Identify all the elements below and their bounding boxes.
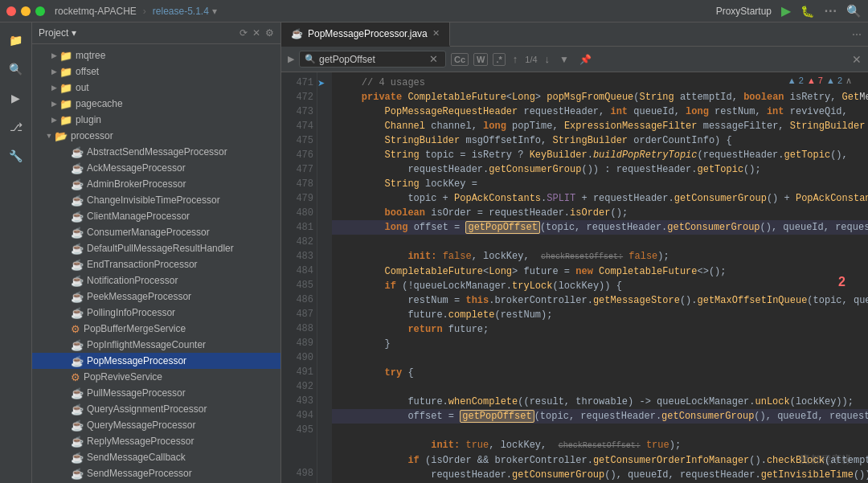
list-item[interactable]: ☕ AbstractSendMessageProcessor <box>32 144 280 160</box>
java-file-icon: ☕ <box>71 275 84 287</box>
window-title: ProxyStartup <box>716 6 772 17</box>
run-button[interactable]: ▶ <box>781 3 791 18</box>
list-item[interactable]: ☕ SendMessageCallback <box>32 449 280 465</box>
list-item[interactable]: ▶ 📁 plugin <box>32 112 280 128</box>
list-item[interactable]: ⚙ PopReviveService <box>32 369 280 385</box>
code-editor[interactable]: // 4 usages private CompletableFuture<Lo… <box>332 72 868 483</box>
java-file-icon: ☕ <box>71 227 84 239</box>
list-item[interactable]: ☕ NotificationProcessor <box>32 272 280 289</box>
list-item[interactable]: ☕ PopInflightMessageCounter <box>32 337 280 353</box>
java-file-icon: ☕ <box>71 291 84 303</box>
sidebar-search-icon[interactable]: 🔍 <box>5 58 27 80</box>
tab-close-button[interactable]: ✕ <box>432 28 440 39</box>
filter-results-icon[interactable]: ▼ <box>557 54 571 65</box>
minimize-button[interactable] <box>21 6 31 16</box>
title-bar-text: rocketmq-APACHE › release-5.1.4 ▾ <box>55 6 217 17</box>
chevron-right-icon: ▶ <box>48 82 59 93</box>
list-item[interactable]: ☕ ReplyMessageProcessor <box>32 433 280 449</box>
search-count: 1/4 <box>525 55 537 64</box>
close-button[interactable] <box>6 6 16 16</box>
java-file-icon: ☕ <box>71 436 84 448</box>
list-item[interactable]: ☕ ConsumerManageProcessor <box>32 224 280 240</box>
chevron-right-icon: ▶ <box>48 66 59 77</box>
folder-icon: 📁 <box>59 114 72 126</box>
java-file-icon: ☕ <box>71 178 84 190</box>
list-item[interactable]: ☕ DefaultPullMessageResultHandler <box>32 240 280 256</box>
prev-match-button[interactable]: ↑ <box>510 53 521 65</box>
branch-name: release-5.1.4 <box>153 6 209 17</box>
search-input-container: 🔍 ✕ <box>299 51 446 68</box>
more-button[interactable]: ⋯ <box>824 3 837 18</box>
list-item[interactable]: ▶ 📁 offset <box>32 63 280 80</box>
folder-icon: 📁 <box>59 50 72 62</box>
java-file-icon: ☕ <box>71 387 84 399</box>
tab-label: PopMessageProcessor.java <box>308 28 428 39</box>
pin-icon[interactable]: 📌 <box>579 54 592 65</box>
collapse-icon[interactable]: ✕ <box>252 27 260 39</box>
tab-pop-message-processor[interactable]: ☕ PopMessageProcessor.java ✕ <box>281 23 450 47</box>
list-item[interactable]: ☕ AdminBrokerProcessor <box>32 176 280 192</box>
java-file-icon: ☕ <box>71 420 84 432</box>
maximize-button[interactable] <box>35 6 45 16</box>
search-magnifier-icon: 🔍 <box>305 54 316 64</box>
list-item[interactable]: ⚙ PopBufferMergeService <box>32 321 280 337</box>
sidebar-icons: 📁 🔍 ▶ ⎇ 🔧 <box>0 23 32 483</box>
service-file-icon: ⚙ <box>71 371 80 383</box>
branch-dropdown-icon[interactable]: ▾ <box>212 6 217 17</box>
project-tree: Project ▾ ⟳ ✕ ⚙ ▶ 📁 mqtree ▶ 📁 offset <box>32 23 281 483</box>
traffic-lights <box>6 6 45 16</box>
sidebar-git-icon[interactable]: ⎇ <box>5 116 27 138</box>
chevron-right-icon: ▶ <box>48 114 59 125</box>
folder-icon: 📁 <box>59 82 72 94</box>
sidebar-build-icon[interactable]: 🔧 <box>5 145 27 167</box>
list-item[interactable]: ☕ AckMessageProcessor <box>32 160 280 176</box>
regex-button[interactable]: .* <box>493 53 505 66</box>
list-item[interactable]: ▶ 📁 pagecache <box>32 96 280 112</box>
settings-icon[interactable]: ⚙ <box>265 27 274 39</box>
list-item[interactable]: ☕ EndTransactionProcessor <box>32 256 280 272</box>
java-file-icon: ☕ <box>71 211 84 223</box>
chevron-right-icon: ▶ <box>48 98 59 109</box>
gutter: ➤ <box>317 72 332 483</box>
search-expand-icon[interactable]: ▶ <box>288 54 294 64</box>
list-item[interactable]: ▶ 📁 out <box>32 80 280 96</box>
list-item[interactable]: ☕ PopMessageProcessor <box>32 353 280 369</box>
title-bar: rocketmq-APACHE › release-5.1.4 ▾ ProxyS… <box>0 0 868 23</box>
code-area: 471 472 473 474 475 476 477 478 479 480 … <box>281 72 868 483</box>
sidebar-run-icon[interactable]: ▶ <box>5 87 27 109</box>
clear-search-icon[interactable]: ✕ <box>427 53 440 65</box>
sidebar-project-icon[interactable]: 📁 <box>5 29 27 51</box>
list-item[interactable]: ☕ ClientManageProcessor <box>32 208 280 224</box>
list-item[interactable]: ☕ QueryAssignmentProcessor <box>32 401 280 417</box>
sync-icon[interactable]: ⟳ <box>240 27 248 39</box>
search-input[interactable] <box>319 54 424 65</box>
java-file-icon: ☕ <box>71 162 84 174</box>
list-item[interactable]: ☕ PullMessageProcessor <box>32 385 280 401</box>
whole-word-button[interactable]: W <box>473 53 488 66</box>
tab-file-icon: ☕ <box>291 28 303 39</box>
match-case-button[interactable]: Cc <box>451 53 469 66</box>
title-bar-right: ProxyStartup ▶ 🐛 ⋯ 🔍 <box>716 3 862 18</box>
search-button[interactable]: 🔍 <box>846 4 862 18</box>
close-search-icon[interactable]: ✕ <box>852 53 862 66</box>
java-file-icon: ☕ <box>71 468 84 480</box>
search-bar: ▶ 🔍 ✕ Cc W .* ↑ 1/4 ↓ ▼ 📌 ✕ <box>281 47 868 72</box>
java-file-icon: ☕ <box>71 307 84 319</box>
project-dropdown-icon[interactable]: ▾ <box>72 27 76 39</box>
list-item[interactable]: ☕ QueryMessageProcessor <box>32 417 280 433</box>
project-header-icons: ⟳ ✕ ⚙ <box>240 27 274 39</box>
list-item[interactable]: ☕ ChangeInvisibleTimeProcessor <box>32 192 280 208</box>
list-item[interactable]: ▼ 📂 processor <box>32 128 280 144</box>
list-item[interactable]: ▶ 📁 mqtree <box>32 47 280 63</box>
editor-area: ☕ PopMessageProcessor.java ✕ ⋯ ▶ 🔍 ✕ Cc … <box>281 23 868 483</box>
list-item[interactable]: ☕ SendMessageProcessor <box>32 465 280 481</box>
list-item[interactable]: ☕ PollingInfoProcessor <box>32 305 280 321</box>
next-match-button[interactable]: ↓ <box>542 53 553 65</box>
main-layout: 📁 🔍 ▶ ⎇ 🔧 Project ▾ ⟳ ✕ ⚙ ▶ 📁 mqtree <box>0 23 868 483</box>
list-item[interactable]: ☕ PeekMessageProcessor <box>32 289 280 305</box>
debug-button[interactable]: 🐛 <box>800 5 814 18</box>
java-file-icon: ☕ <box>71 146 84 158</box>
java-file-icon: ☕ <box>71 355 84 367</box>
folder-icon: 📂 <box>55 130 68 142</box>
chevron-right-icon: ▶ <box>48 50 59 61</box>
